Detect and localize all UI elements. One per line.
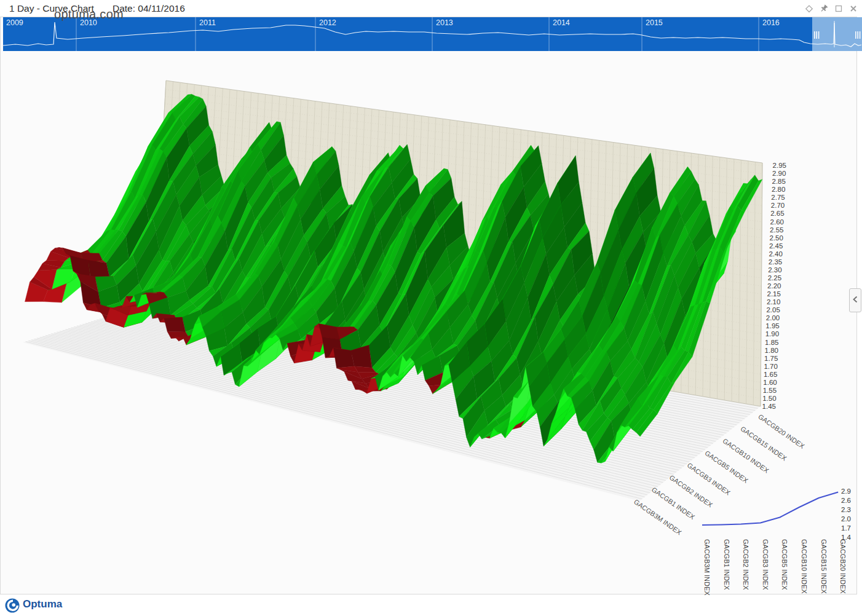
value-tick-label: 2.55 [770,226,783,234]
mini-chart-maturity-label: GACGB10 INDEX [801,539,808,594]
mini-chart-maturity-label: GACGB2 INDEX [742,539,749,590]
close-icon[interactable] [848,4,858,14]
curve-chart-3d-canvas[interactable]: 2.952.902.852.802.752.702.652.602.552.50… [0,51,862,595]
title-bar: 1 Day - Curve Chart Date: 04/11/2016 [0,0,862,17]
value-tick-label: 2.70 [771,202,785,209]
value-tick-label: 2.00 [766,314,780,322]
value-tick-label: 1.90 [765,330,779,338]
timeline-selected-range[interactable] [812,17,862,51]
mini-chart-maturity-label: GACGB15 INDEX [820,539,828,594]
value-tick-label: 2.75 [771,194,785,201]
timeline-range-selector[interactable]: 20092010201120122013201420152016 [0,17,862,51]
timeline-year-label: 2014 [553,18,570,27]
optuma-logo-icon [4,597,22,615]
mini-chart-tick-label: 2.0 [841,515,851,523]
value-tick-label: 2.20 [767,282,781,290]
value-tick-label: 2.45 [769,242,783,250]
value-tick-label: 2.90 [772,170,786,177]
site-label: optuma.com [54,7,124,22]
timeline-year-label: 2015 [646,18,663,27]
app-window: 1 Day - Curve Chart Date: 04/11/2016 200… [0,0,862,616]
timeline-left-handle[interactable] [814,31,819,39]
value-tick-label: 2.05 [766,306,780,314]
value-tick-label: 2.95 [773,162,786,169]
current-curve-mini-chart: 2.92.62.32.01.71.4GACGB3M INDEXGACGB1 IN… [702,488,852,595]
value-tick-label: 2.80 [772,186,785,193]
collapse-sidebar-button[interactable] [849,288,861,312]
maximize-icon[interactable] [834,4,844,14]
value-tick-label: 1.75 [764,355,778,362]
window-controls [804,4,858,14]
current-curve-line [702,492,838,526]
timeline-year-label: 2016 [762,18,780,27]
value-tick-label: 2.30 [768,266,781,274]
restore-diamond-icon[interactable] [804,4,814,14]
chevron-left-icon [850,294,860,304]
value-tick-label: 2.15 [767,290,781,298]
value-tick-label: 2.60 [770,218,784,226]
mini-chart-tick-label: 2.9 [841,488,851,495]
value-tick-label: 1.60 [763,379,777,386]
value-tick-label: 2.65 [770,210,784,217]
timeline-right-handle[interactable] [855,31,860,39]
optuma-logo-text: Optuma [23,598,62,610]
timeline-year-label: 2009 [6,18,23,27]
value-tick-label: 1.65 [764,371,777,378]
value-axis: 2.952.902.852.802.752.702.652.602.552.50… [762,162,786,410]
mini-chart-maturity-label: GACGB20 INDEX [839,539,847,594]
value-tick-label: 1.45 [762,403,776,410]
mini-chart-maturity-label: GACGB5 INDEX [781,539,788,590]
value-tick-label: 1.70 [764,363,777,370]
mini-chart-maturity-label: GACGB1 INDEX [723,539,730,590]
value-tick-label: 1.55 [763,387,777,394]
mini-chart-tick-label: 2.6 [841,497,851,504]
pin-icon[interactable] [819,4,829,14]
timeline-year-label: 2013 [436,18,453,27]
mini-chart-maturity-label: GACGB3M INDEX [703,539,711,595]
branding: Optuma [4,597,22,616]
mini-chart-tick-label: 1.7 [841,524,851,532]
value-tick-label: 2.50 [770,234,783,242]
value-tick-label: 2.40 [769,250,782,258]
value-tick-label: 2.25 [768,274,781,282]
value-tick-label: 2.35 [769,258,782,266]
timeline-year-label: 2012 [319,18,336,27]
value-tick-label: 2.85 [772,178,786,185]
value-tick-label: 1.50 [762,395,776,402]
value-tick-label: 1.85 [765,339,778,346]
mini-chart-tick-label: 2.3 [841,506,851,513]
mini-chart-maturity-label: GACGB3 INDEX [762,539,769,590]
timeline-year-label: 2011 [199,18,216,27]
value-tick-label: 1.95 [765,322,779,330]
value-tick-label: 2.10 [767,298,780,306]
value-tick-label: 1.80 [765,347,778,354]
